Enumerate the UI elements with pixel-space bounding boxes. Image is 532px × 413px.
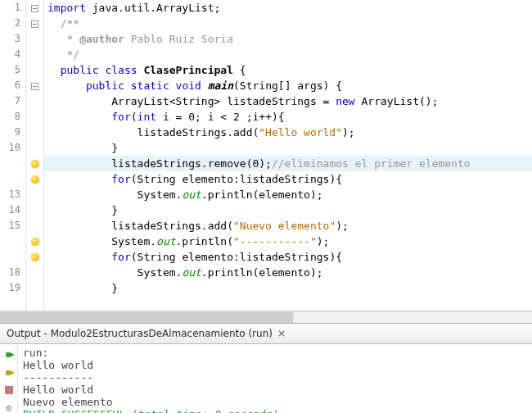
output-panel: Output - Modulo2EstructurasDeAlmacenamie… bbox=[0, 323, 532, 413]
glyph-empty bbox=[26, 47, 43, 62]
glyph-empty bbox=[26, 218, 43, 234]
line-number: 3 bbox=[0, 31, 25, 47]
line-number: 4 bbox=[0, 47, 25, 62]
line-number: 19 bbox=[0, 280, 25, 296]
code-line[interactable]: for(String elemento:listadeStrings){ bbox=[44, 249, 532, 265]
line-number: 7 bbox=[0, 93, 25, 109]
output-line: Nuevo elemento bbox=[23, 396, 527, 408]
hint-bulb-icon[interactable] bbox=[26, 249, 43, 265]
output-line: Hello world bbox=[23, 384, 527, 396]
output-tab[interactable]: Output - Modulo2EstructurasDeAlmacenamie… bbox=[0, 328, 292, 339]
line-number bbox=[0, 171, 25, 187]
glyph-empty bbox=[26, 125, 43, 140]
code-line[interactable]: public static void main(String[] args) { bbox=[44, 78, 532, 93]
glyph-empty bbox=[26, 202, 43, 218]
output-toolbar: ▶▶ ▶▶ ⚙ bbox=[0, 344, 18, 413]
rerun-button[interactable]: ▶▶ bbox=[2, 347, 16, 361]
code-line[interactable]: for(String elemento:listadeStrings){ bbox=[44, 171, 532, 187]
line-number: 1 bbox=[0, 0, 25, 16]
close-icon[interactable]: × bbox=[277, 328, 286, 339]
output-body: ▶▶ ▶▶ ⚙ run:Hello world-----------Hello … bbox=[0, 344, 532, 413]
glyph-empty bbox=[26, 93, 43, 109]
code-line[interactable]: public class ClasePrincipal { bbox=[44, 62, 532, 78]
code-line[interactable]: /** bbox=[44, 16, 532, 31]
scrollbar-thumb[interactable] bbox=[0, 312, 293, 323]
line-number: 8 bbox=[0, 109, 25, 125]
code-area[interactable]: import java.util.ArrayList; /** * @autho… bbox=[44, 0, 532, 311]
output-tabbar: Output - Modulo2EstructurasDeAlmacenamie… bbox=[0, 324, 532, 344]
output-line: ----------- bbox=[23, 371, 527, 384]
code-editor: 123456789101314151819 −−− import java.ut… bbox=[0, 0, 532, 311]
fold-icon[interactable]: − bbox=[26, 0, 43, 16]
gear-icon: ⚙ bbox=[6, 402, 11, 413]
line-number bbox=[0, 156, 25, 171]
glyph-empty bbox=[26, 31, 43, 47]
code-line[interactable]: ArrayList<String> listadeStrings = new A… bbox=[44, 93, 532, 109]
glyph-empty bbox=[26, 109, 43, 125]
rerun-alt-button[interactable]: ▶▶ bbox=[2, 365, 16, 379]
line-number-gutter: 123456789101314151819 bbox=[0, 0, 26, 311]
settings-button[interactable]: ⚙ bbox=[2, 402, 16, 413]
line-number: 14 bbox=[0, 202, 25, 218]
line-number: 9 bbox=[0, 125, 25, 140]
hint-bulb-icon[interactable] bbox=[26, 171, 43, 187]
line-number: 18 bbox=[0, 265, 25, 280]
horizontal-scrollbar[interactable] bbox=[0, 311, 532, 323]
hint-bulb-icon[interactable] bbox=[26, 156, 43, 171]
line-number: 5 bbox=[0, 62, 25, 78]
build-status: BUILD SUCCESSFUL (total time: 0 seconds) bbox=[23, 408, 527, 413]
code-line[interactable]: System.out.println(elemento); bbox=[44, 265, 532, 280]
code-line[interactable]: */ bbox=[44, 47, 532, 62]
line-number: 13 bbox=[0, 187, 25, 202]
code-line[interactable]: for(int i = 0; i < 2 ;i++){ bbox=[44, 109, 532, 125]
code-line[interactable]: } bbox=[44, 280, 532, 296]
hint-bulb-icon[interactable] bbox=[26, 234, 43, 249]
glyph-empty bbox=[26, 140, 43, 156]
glyph-empty bbox=[26, 62, 43, 78]
code-line[interactable]: } bbox=[44, 140, 532, 156]
code-line[interactable]: System.out.println(elemento); bbox=[44, 187, 532, 202]
glyph-empty bbox=[26, 280, 43, 296]
output-line: Hello world bbox=[23, 359, 527, 371]
code-line[interactable]: import java.util.ArrayList; bbox=[44, 0, 532, 16]
output-tab-title: Output - Modulo2EstructurasDeAlmacenamie… bbox=[7, 328, 273, 339]
line-number: 6 bbox=[0, 78, 25, 93]
glyph-empty bbox=[26, 265, 43, 280]
line-number bbox=[0, 234, 25, 249]
line-number: 2 bbox=[0, 16, 25, 31]
output-line: run: bbox=[23, 347, 527, 359]
line-number bbox=[0, 249, 25, 265]
code-line[interactable]: listadeStrings.remove(0);//eliminamos el… bbox=[44, 156, 532, 171]
line-number: 15 bbox=[0, 218, 25, 234]
stop-button[interactable] bbox=[2, 384, 16, 397]
code-line[interactable]: * @author Pablo Ruiz Soria bbox=[44, 31, 532, 47]
code-line[interactable]: System.out.println("-----------"); bbox=[44, 234, 532, 249]
line-number: 10 bbox=[0, 140, 25, 156]
code-line[interactable]: listadeStrings.add("Nuevo elemento"); bbox=[44, 218, 532, 234]
glyph-margin: −−− bbox=[26, 0, 44, 311]
fold-icon[interactable]: − bbox=[26, 78, 43, 93]
code-line[interactable]: } bbox=[44, 202, 532, 218]
glyph-empty bbox=[26, 187, 43, 202]
output-text[interactable]: run:Hello world-----------Hello worldNue… bbox=[18, 344, 532, 413]
fold-icon[interactable]: − bbox=[26, 16, 43, 31]
code-line[interactable]: listadeStrings.add("Hello world"); bbox=[44, 125, 532, 140]
